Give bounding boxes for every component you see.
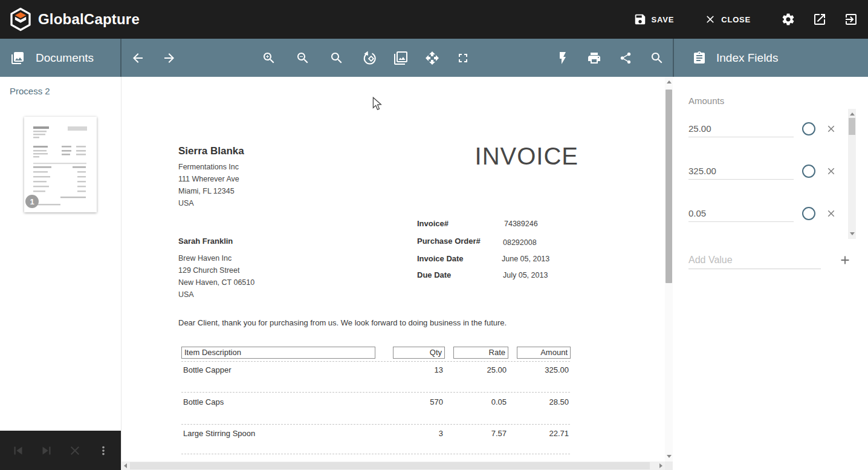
x-icon <box>826 166 837 177</box>
more-options-button[interactable] <box>91 439 115 463</box>
row-divider <box>181 424 570 425</box>
back-button[interactable] <box>126 46 150 70</box>
fields-scroll-down-icon[interactable] <box>850 232 855 235</box>
vendor-line: Fermentations Inc <box>178 163 239 171</box>
rotate-button[interactable] <box>357 46 381 70</box>
brand-name: GlobalCapture <box>38 11 140 28</box>
documents-header[interactable]: Documents <box>0 39 121 77</box>
document-thumbnail[interactable]: 1 <box>24 117 97 212</box>
index-field-row <box>688 205 838 222</box>
amount-value-input[interactable] <box>688 163 794 180</box>
forward-button[interactable] <box>157 46 181 70</box>
search-button[interactable] <box>645 46 669 70</box>
vendor-line: Miami, FL 12345 <box>178 187 235 195</box>
clipboard-icon <box>692 51 707 65</box>
close-button[interactable]: CLOSE <box>699 7 756 31</box>
meta-value: 74389246 <box>504 220 538 228</box>
filter-pages-icon <box>394 51 408 65</box>
fields-scrollbar[interactable] <box>848 109 856 239</box>
remove-value-button[interactable] <box>826 123 837 134</box>
item-amount: 28.50 <box>517 397 569 406</box>
zoom-in-icon <box>262 51 276 65</box>
zoom-out-button[interactable] <box>291 46 315 70</box>
documents-sidebar: Process 2 <box>0 77 121 470</box>
x-icon <box>826 208 837 219</box>
scroll-left-arrow-icon[interactable] <box>124 463 127 468</box>
scroll-down-arrow-icon[interactable] <box>667 455 672 458</box>
mouse-cursor <box>372 97 383 111</box>
customer-line: New Haven, CT 06510 <box>178 278 254 287</box>
zoom-reset-button[interactable] <box>325 46 349 70</box>
top-bar: GlobalCapture SAVE CLOSE <box>0 0 868 39</box>
index-fields-header: Index Fields <box>673 39 868 77</box>
gear-icon <box>781 12 795 27</box>
scroll-up-arrow-icon[interactable] <box>667 80 672 83</box>
pages-button[interactable] <box>389 46 413 70</box>
index-fields-title: Index Fields <box>716 51 778 65</box>
scroll-right-arrow-icon[interactable] <box>659 463 662 468</box>
item-rate: 25.00 <box>453 365 507 374</box>
fullscreen-button[interactable] <box>451 46 475 70</box>
vertical-scroll-thumb[interactable] <box>666 90 672 283</box>
item-amount: 325.00 <box>517 365 569 374</box>
save-button[interactable]: SAVE <box>629 7 679 32</box>
share-button[interactable] <box>614 46 638 70</box>
item-qty: 13 <box>393 365 443 374</box>
item-description: Large Stirring Spoon <box>183 429 364 438</box>
pan-button[interactable] <box>420 46 444 70</box>
row-divider <box>181 392 570 393</box>
horizontal-scroll-thumb[interactable] <box>130 462 650 469</box>
lightning-icon <box>555 51 570 65</box>
arrow-forward-icon <box>162 51 177 65</box>
print-button[interactable] <box>582 46 606 70</box>
process-label: Process 2 <box>10 86 50 96</box>
open-external-button[interactable] <box>808 7 832 31</box>
zoom-in-button[interactable] <box>257 46 281 70</box>
delete-document-button[interactable] <box>63 439 87 463</box>
add-value-button[interactable] <box>838 253 852 267</box>
vendor-line: USA <box>178 199 194 207</box>
greeting-text: Dear Client, thank you for purchasing fr… <box>178 318 507 327</box>
amount-value-input[interactable] <box>688 121 794 137</box>
rotate-icon <box>362 51 377 65</box>
vendor-line: 111 Wherever Ave <box>178 175 239 183</box>
x-icon <box>826 123 837 134</box>
item-amount: 22.71 <box>517 429 569 438</box>
fullscreen-icon <box>456 51 470 65</box>
index-field-row <box>688 120 838 137</box>
remove-value-button[interactable] <box>826 166 837 177</box>
brand-logo-icon <box>8 7 33 31</box>
item-description: Bottle Capper <box>183 365 364 374</box>
customer-line: USA <box>178 290 194 299</box>
field-group-label: Amounts <box>688 96 724 106</box>
last-document-button[interactable] <box>34 439 59 463</box>
amount-value-input[interactable] <box>688 206 794 222</box>
settings-button[interactable] <box>776 7 800 31</box>
viewer-vertical-scrollbar[interactable] <box>665 77 673 462</box>
invoice-document: Sierra Blanka Fermentations Inc 111 Wher… <box>121 77 673 470</box>
logout-button[interactable] <box>839 7 863 31</box>
fields-scroll-thumb[interactable] <box>849 118 855 135</box>
item-rate: 0.05 <box>453 397 507 406</box>
customer-name: Sarah Franklin <box>178 237 233 246</box>
remove-value-button[interactable] <box>826 208 837 219</box>
open-in-new-icon <box>812 12 827 27</box>
add-value-input[interactable] <box>688 252 821 269</box>
fields-scroll-up-icon[interactable] <box>850 113 855 116</box>
locate-value-radio[interactable] <box>802 165 815 178</box>
row-divider <box>181 454 570 454</box>
workflow-button[interactable] <box>551 46 575 70</box>
arrow-back-icon <box>131 51 145 65</box>
first-document-button[interactable] <box>6 439 30 463</box>
col-header-qty: Qty <box>393 347 445 359</box>
documents-title: Documents <box>36 51 94 65</box>
locate-value-radio[interactable] <box>802 122 815 135</box>
sidebar-bottom-toolbar <box>0 431 121 470</box>
locate-value-radio[interactable] <box>802 207 815 220</box>
printer-icon <box>587 51 601 65</box>
meta-label: Invoice# <box>417 219 449 228</box>
save-label: SAVE <box>652 15 675 24</box>
close-label: CLOSE <box>721 15 751 24</box>
viewer-horizontal-scrollbar[interactable] <box>121 462 665 470</box>
magnifier-icon <box>329 51 344 65</box>
